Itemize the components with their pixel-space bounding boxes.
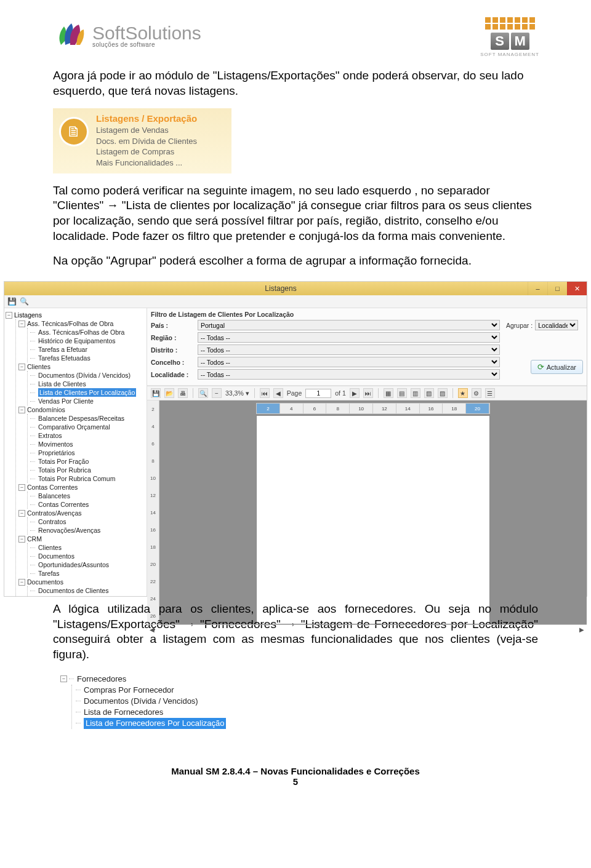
filter-select[interactable]: -- Todas -- [198,332,500,343]
tree-branch[interactable]: Documentos [27,578,63,586]
tree-leaf[interactable]: Balancetes [38,492,70,500]
tree-snippet: −Fornecedores Compras Por FornecedorDocu… [60,674,245,729]
tree-snippet-root[interactable]: Fornecedores [77,674,126,685]
footer-text: Manual SM 2.8.4.4 – Novas Funcionalidade… [0,766,591,776]
expand-icon[interactable]: − [6,312,12,319]
tree-leaf[interactable]: Documentos de Fornecedores [38,595,125,596]
menu-listagens-box: 🗎 Listagens / Exportação Listagem de Ven… [53,108,231,173]
open-icon[interactable]: 📂 [164,388,174,398]
tree-leaf[interactable]: Clientes [38,543,62,552]
logo-sub: soluções de software [92,41,201,48]
minimize-button[interactable]: – [528,282,547,295]
tree-leaf[interactable]: Movimentos [38,440,73,448]
layout5-icon[interactable]: ▨ [438,388,448,398]
maximize-button[interactable]: □ [547,282,567,295]
tree-branch[interactable]: Clientes [27,362,50,371]
close-button[interactable]: ✕ [567,282,587,295]
tree-leaf[interactable]: Tarefas a Efetuar [38,345,87,354]
save-icon[interactable]: 💾 [151,388,161,398]
tree-leaf[interactable]: Renovações/Avenças [38,526,100,535]
tree-leaf[interactable]: Documentos (Dívida / Vencidos) [38,371,131,380]
tool2-icon[interactable]: ☰ [485,388,495,398]
window-title: Listagens [34,284,528,293]
page-first-icon[interactable]: ⏮ [260,388,270,398]
tree-leaf[interactable]: Tarefas [38,569,59,578]
tree-leaf[interactable]: Documentos de Clientes [38,586,108,595]
tree-sidebar[interactable]: −Listagens −Ass. Técnicas/Folhas de Obra… [4,308,147,596]
expand-icon[interactable]: − [18,510,25,517]
tree-leaf[interactable]: Documentos [38,552,74,560]
tree-leaf[interactable]: Totais Por Rubrica Comum [38,474,115,483]
menu-box-item[interactable]: Docs. em Dívida de Clientes [96,136,224,147]
page-prev-icon[interactable]: ◀ [273,388,283,398]
page-next-icon[interactable]: ▶ [350,388,360,398]
expand-icon[interactable]: − [18,484,25,491]
logo-softsolutions: SoftSolutions soluções de software [52,17,201,53]
expand-icon[interactable]: − [60,675,67,682]
tree-leaf[interactable]: Vendas Por Cliente [38,397,94,405]
tree-leaf[interactable]: Extratos [38,431,62,440]
filter-select[interactable]: -- Todos -- [198,357,500,367]
tree-leaf[interactable]: Lista de Clientes Por Localização [38,388,136,397]
tree-snippet-leaf[interactable]: Documentos (Dívida / Vencidos) [84,696,198,707]
horizontal-scrollbar[interactable]: ◀ ▶ [147,624,587,625]
tree-snippet-leaf[interactable]: Lista de Fornecedores [84,707,163,718]
page-current-input[interactable] [305,389,331,398]
page-footer: Manual SM 2.8.4.4 – Novas Funcionalidade… [0,766,591,787]
tree-leaf[interactable]: Lista de Clientes [38,380,86,388]
tree-leaf[interactable]: Comparativo Orçamental [38,423,110,431]
search-icon[interactable]: 🔍 [19,297,29,306]
scroll-left-icon[interactable]: ◀ [147,625,157,635]
filter-title: Filtro de Listagem de Clientes Por Local… [151,311,583,318]
expand-icon[interactable]: − [18,536,25,543]
tree-branch[interactable]: CRM [27,535,42,543]
viewer-toolbar: 💾 📂 🖶 🔍 − 33,3% ▾ ⏮ ◀ Page of 1 ▶ ⏭ [147,386,587,400]
zoom-out-icon[interactable]: − [212,388,222,398]
tree-leaf[interactable]: Contratos [38,517,66,526]
tree-leaf[interactable]: Totais Por Rubrica [38,466,91,474]
tree-leaf[interactable]: Tarefas Efetuadas [38,354,90,362]
filter-select[interactable]: Portugal [198,320,500,330]
menu-box-item[interactable]: Listagem de Vendas [96,125,224,136]
zoom-value[interactable]: 33,3% ▾ [225,389,249,397]
layout3-icon[interactable]: ▥ [411,388,420,398]
expand-icon[interactable]: − [18,407,25,413]
tree-leaf[interactable]: Contas Correntes [38,500,89,509]
ruler-horizontal: 2468101214161820 [256,403,490,414]
layout2-icon[interactable]: ▤ [397,388,407,398]
scroll-right-icon[interactable]: ▶ [577,625,587,635]
expand-icon[interactable]: − [18,364,25,370]
tree-leaf[interactable]: Totais Por Fração [38,457,89,466]
layout4-icon[interactable]: ▧ [424,388,434,398]
agrupar-select[interactable]: Localidade [535,320,578,330]
expand-icon[interactable]: − [18,321,25,327]
paragraph-1: Agora já pode ir ao módulo de "Listagens… [0,63,591,103]
page-last-icon[interactable]: ⏭ [363,388,373,398]
tree-branch[interactable]: Contas Correntes [27,483,78,492]
tree-root-label[interactable]: Listagens [14,311,42,319]
tree-branch[interactable]: Contratos/Avenças [27,509,82,517]
tool1-icon[interactable]: ⚙ [472,388,481,398]
menu-box-item[interactable]: Listagem de Compras [96,146,224,157]
tree-leaf[interactable]: Oportunidades/Assuntos [38,560,109,569]
filter-select[interactable]: -- Todos -- [198,344,500,355]
zoom-icon[interactable]: 🔍 [198,388,208,398]
tree-leaf[interactable]: Ass. Técnicas/Folhas de Obra [38,328,124,336]
app-window: Listagens – □ ✕ 💾 🔍 −Listagens −Ass. Téc… [4,281,587,597]
tree-leaf[interactable]: Proprietários [38,448,75,457]
actualizar-button[interactable]: ⟳ Actualizar [531,360,583,374]
tree-leaf[interactable]: Histórico de Equipamentos [38,336,115,345]
menu-box-item[interactable]: Mais Funcionalidades ... [96,157,224,169]
highlight-icon[interactable]: ★ [458,388,468,398]
tree-leaf[interactable]: Balancete Despesas/Receitas [38,414,124,423]
save-icon[interactable]: 💾 [7,297,17,306]
layout1-icon[interactable]: ▦ [384,388,393,398]
tree-snippet-leaf[interactable]: Lista de Fornecedores Por Localização [84,718,226,729]
tree-branch[interactable]: Ass. Técnicas/Folhas de Obra [27,319,113,328]
tree-branch[interactable]: Condomínios [27,405,65,414]
filter-select[interactable]: -- Todas -- [198,369,500,380]
document-icon: 🗎 [59,117,89,146]
print-icon[interactable]: 🖶 [178,388,188,398]
tree-snippet-leaf[interactable]: Compras Por Fornecedor [84,685,174,696]
expand-icon[interactable]: − [18,579,25,586]
